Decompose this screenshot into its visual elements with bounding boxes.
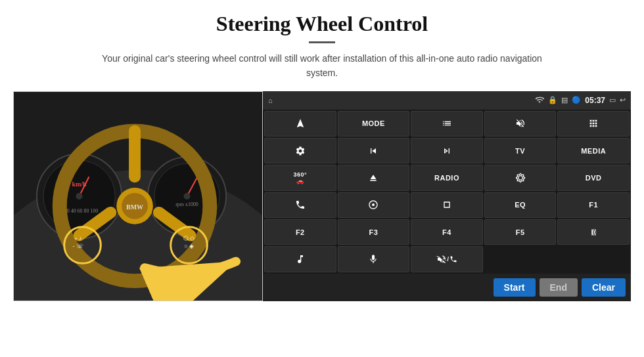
page-wrapper: Steering Wheel Control Your original car… — [0, 0, 644, 357]
steering-wheel-image: 0 20 40 60 80 100 km/h rpm x1000 — [13, 91, 263, 301]
bt-icon: 🔵 — [572, 96, 581, 104]
status-time: 05:37 — [585, 96, 605, 105]
svg-point-7 — [76, 193, 83, 200]
phone-btn[interactable] — [264, 192, 336, 218]
clear-button[interactable]: Clear — [582, 278, 626, 297]
dvd-btn[interactable]: DVD — [557, 165, 630, 190]
page-title: Steering Wheel Control — [216, 12, 428, 36]
status-bar: ⌂ 🔒 ▤ 🔵 05:37 ▭ ↩ — [263, 91, 631, 110]
svg-text:rpm x1000: rpm x1000 — [175, 201, 198, 207]
svg-text:⬡ ◇: ⬡ ◇ — [183, 234, 195, 241]
settings-btn[interactable] — [264, 138, 336, 163]
svg-text:BMW: BMW — [126, 203, 143, 211]
status-right: 🔒 ▤ 🔵 05:37 ▭ ↩ — [535, 95, 626, 106]
brightness-btn[interactable] — [484, 165, 557, 190]
playpause-btn[interactable] — [557, 219, 630, 245]
prev-btn[interactable] — [338, 138, 410, 163]
f1-btn[interactable]: F1 — [557, 192, 630, 218]
home-icon: ⌂ — [268, 96, 273, 104]
screen-icon: ▭ — [609, 96, 616, 104]
nav-btn[interactable] — [264, 111, 336, 136]
list-btn[interactable] — [411, 111, 483, 136]
content-area: 0 20 40 60 80 100 km/h rpm x1000 — [13, 91, 631, 301]
empty2-btn — [557, 246, 630, 272]
lock-icon: 🔒 — [548, 96, 557, 104]
svg-point-12 — [184, 193, 191, 200]
eject-btn[interactable] — [338, 165, 410, 190]
media-btn[interactable]: MEDIA — [557, 138, 630, 163]
apps-btn[interactable] — [557, 111, 630, 136]
music-btn[interactable] — [264, 246, 336, 272]
f4-btn[interactable]: F4 — [411, 219, 483, 245]
radio-btn[interactable]: RADIO — [411, 165, 483, 190]
svg-point-27 — [372, 203, 375, 206]
svg-text:+ ♪: + ♪ — [74, 234, 82, 241]
vol-btn[interactable]: / — [411, 246, 483, 272]
empty1-btn — [484, 246, 557, 272]
next-btn[interactable] — [411, 138, 483, 163]
eq-btn[interactable]: EQ — [484, 192, 557, 218]
stereo-panel: ⌂ 🔒 ▤ 🔵 05:37 ▭ ↩ — [263, 91, 631, 301]
sd-icon: ▤ — [561, 96, 568, 104]
status-left: ⌂ — [268, 96, 273, 104]
button-grid: MODE TV — [263, 110, 631, 274]
page-subtitle: Your original car's steering wheel contr… — [99, 51, 545, 81]
360-btn[interactable]: 360°🚗 — [264, 165, 336, 190]
start-button[interactable]: Start — [494, 278, 536, 297]
tv-btn[interactable]: TV — [484, 138, 557, 163]
mode-btn[interactable]: MODE — [338, 111, 410, 136]
navi-btn[interactable] — [338, 192, 410, 218]
f3-btn[interactable]: F3 — [338, 219, 410, 245]
wifi-icon — [535, 95, 544, 106]
back-icon: ↩ — [620, 96, 626, 104]
mic-btn[interactable] — [338, 246, 410, 272]
end-button[interactable]: End — [540, 278, 578, 297]
title-divider — [309, 41, 335, 43]
svg-text:○ ◈: ○ ◈ — [184, 242, 194, 249]
svg-text:-  ☏: - ☏ — [72, 242, 83, 249]
mute-btn[interactable] — [484, 111, 557, 136]
bottom-bar: Start End Clear — [263, 274, 631, 301]
rect-btn[interactable] — [411, 192, 483, 218]
f5-btn[interactable]: F5 — [484, 219, 557, 245]
f2-btn[interactable]: F2 — [264, 219, 336, 245]
